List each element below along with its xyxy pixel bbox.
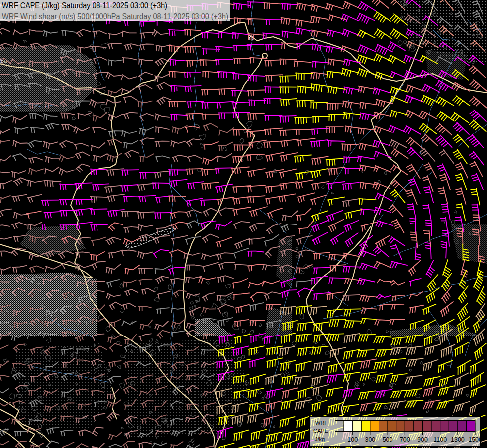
svg-text:Ba: Ba (0, 58, 7, 64)
svg-text:WRF CAPE (J/kg) Saturday 08-11: WRF CAPE (J/kg) Saturday 08-11-2025 03:0… (2, 1, 167, 10)
svg-text:1300: 1300 (451, 436, 465, 443)
svg-text:J/kg: J/kg (315, 436, 325, 442)
svg-text:WRF: WRF (315, 420, 328, 426)
svg-text:700: 700 (400, 436, 410, 443)
svg-text:WRF Wind shear (m/s) 500/1000h: WRF Wind shear (m/s) 500/1000hPa Saturda… (2, 12, 228, 21)
svg-text:900: 900 (417, 436, 428, 443)
svg-text:1500: 1500 (468, 436, 482, 443)
svg-text:CAPE: CAPE (313, 428, 328, 434)
svg-text:300: 300 (365, 436, 375, 443)
svg-text:500: 500 (383, 436, 393, 443)
svg-text:100: 100 (347, 436, 358, 443)
svg-text:1100: 1100 (433, 436, 447, 443)
